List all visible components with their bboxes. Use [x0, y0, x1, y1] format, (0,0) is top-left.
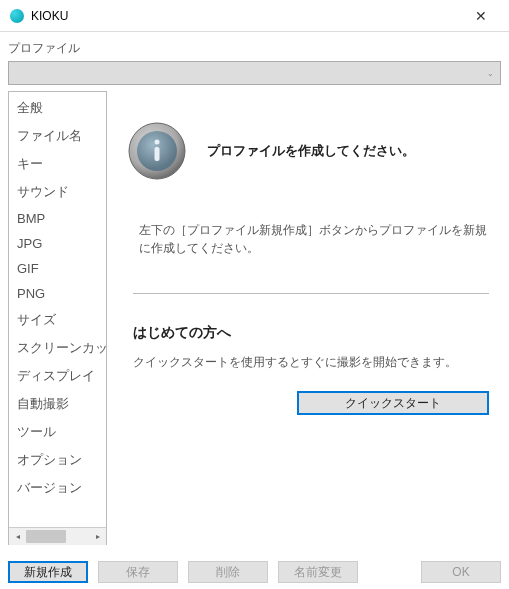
- window-title: KIOKU: [31, 9, 461, 23]
- save-button: 保存: [98, 561, 178, 583]
- main-instruction: 左下の［プロファイル新規作成］ボタンからプロファイルを新規に作成してください。: [127, 221, 495, 257]
- sidebar-item-autoshoot[interactable]: 自動撮影: [9, 390, 106, 418]
- scroll-thumb[interactable]: [26, 530, 66, 543]
- rename-button: 名前変更: [278, 561, 358, 583]
- sidebar-item-png[interactable]: PNG: [9, 281, 106, 306]
- sidebar-item-option[interactable]: オプション: [9, 446, 106, 474]
- sidebar-item-sound[interactable]: サウンド: [9, 178, 106, 206]
- sidebar-item-gif[interactable]: GIF: [9, 256, 106, 281]
- svg-point-2: [155, 140, 160, 145]
- divider: [133, 293, 489, 294]
- sidebar-scrollbar[interactable]: ◂ ▸: [9, 527, 106, 544]
- titlebar: KIOKU ✕: [0, 0, 509, 32]
- chevron-down-icon: ⌄: [487, 69, 494, 78]
- sidebar-item-version[interactable]: バージョン: [9, 474, 106, 502]
- profile-label: プロファイル: [8, 40, 501, 57]
- first-time-text: クイックスタートを使用するとすぐに撮影を開始できます。: [133, 354, 495, 371]
- sidebar: 全般 ファイル名 キー サウンド BMP JPG GIF PNG サイズ スクリ…: [8, 91, 107, 545]
- sidebar-item-screencut[interactable]: スクリーンカット: [9, 334, 106, 362]
- scroll-left-icon[interactable]: ◂: [9, 528, 26, 545]
- scroll-right-icon[interactable]: ▸: [89, 528, 106, 545]
- sidebar-item-tool[interactable]: ツール: [9, 418, 106, 446]
- quickstart-button[interactable]: クイックスタート: [297, 391, 489, 415]
- sidebar-item-size[interactable]: サイズ: [9, 306, 106, 334]
- scroll-track[interactable]: [26, 528, 89, 545]
- sidebar-item-bmp[interactable]: BMP: [9, 206, 106, 231]
- main-heading: プロファイルを作成してください。: [207, 142, 415, 160]
- svg-rect-3: [155, 147, 160, 161]
- close-button[interactable]: ✕: [461, 8, 501, 24]
- ok-button: OK: [421, 561, 501, 583]
- sidebar-item-display[interactable]: ディスプレイ: [9, 362, 106, 390]
- bottom-button-bar: 新規作成 保存 削除 名前変更 OK: [0, 553, 509, 589]
- app-icon: [10, 9, 24, 23]
- main-panel: プロファイルを作成してください。 左下の［プロファイル新規作成］ボタンからプロフ…: [117, 91, 501, 545]
- close-icon: ✕: [475, 8, 487, 24]
- first-time-heading: はじめての方へ: [133, 324, 495, 342]
- delete-button: 削除: [188, 561, 268, 583]
- sidebar-item-jpg[interactable]: JPG: [9, 231, 106, 256]
- sidebar-item-filename[interactable]: ファイル名: [9, 122, 106, 150]
- sidebar-item-key[interactable]: キー: [9, 150, 106, 178]
- sidebar-item-general[interactable]: 全般: [9, 94, 106, 122]
- new-button[interactable]: 新規作成: [8, 561, 88, 583]
- profile-dropdown[interactable]: ⌄: [8, 61, 501, 85]
- info-icon: [127, 121, 187, 181]
